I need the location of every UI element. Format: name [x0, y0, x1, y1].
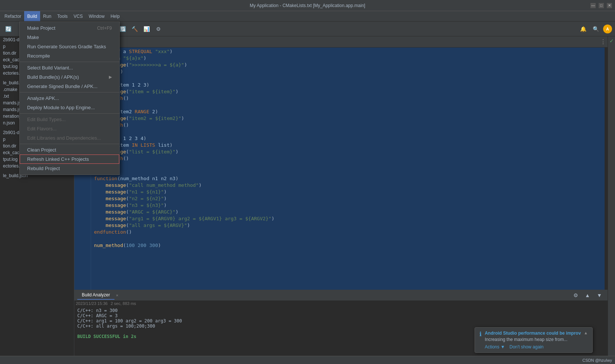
- menu-analyze-apk[interactable]: Analyze APK...: [20, 94, 119, 103]
- notification-actions: Actions ▼ Don't show again: [485, 344, 581, 350]
- menu-vcs[interactable]: VCS: [71, 11, 86, 21]
- menu-help[interactable]: Help: [107, 11, 123, 21]
- tab-bar: keLists.txt × ⋮: [74, 36, 608, 48]
- bottom-scroll-up[interactable]: ▲: [582, 290, 593, 300]
- output-line: C/C++: ARGC = 3: [77, 313, 605, 318]
- notification-title: Android Studio performance could be impr…: [485, 331, 581, 336]
- menu-build[interactable]: Build: [24, 11, 40, 21]
- menu-run-generate[interactable]: Run Generate Sources Gradle Tasks: [20, 42, 119, 51]
- menu-edit-build-types: Edit Build Types...: [20, 115, 119, 124]
- info-icon: ℹ: [479, 331, 482, 338]
- notification-body: Increasing the maximum heap size from...: [485, 337, 581, 342]
- menu-recompile[interactable]: Recompile: [20, 51, 119, 61]
- title-bar: My Application - CMakeLists.txt [My_Appl…: [0, 0, 615, 11]
- notification-dismiss-link[interactable]: Don't show again: [509, 344, 544, 350]
- menu-separator-4: [20, 144, 119, 144]
- code-editor[interactable]: 103 104 105 106 107 108 109 110 111 112 …: [74, 48, 608, 290]
- menu-make[interactable]: Make: [20, 33, 119, 42]
- menu-bar: Refactor Build Run Tools VCS Window Help: [0, 11, 615, 22]
- notification-actions-link[interactable]: Actions ▼: [485, 344, 505, 350]
- status-bar: CSDN @hzuIwy: [0, 356, 615, 364]
- build-button[interactable]: 🔨: [129, 24, 140, 34]
- notification-popup: ℹ Android Studio performance could be im…: [475, 327, 593, 353]
- menu-separator: [20, 62, 119, 62]
- menu-generate-signed[interactable]: Generate Signed Bundle / APK...: [20, 82, 119, 91]
- csdn-label: CSDN @hzuIwy: [582, 358, 612, 363]
- toolbar-right: 🔔 🔍 A: [578, 24, 612, 34]
- menu-rebuild-project[interactable]: Rebuild Project: [20, 164, 119, 173]
- title-text: My Application - CMakeLists.txt [My_Appl…: [250, 3, 365, 8]
- menu-clean-project[interactable]: Clean Project: [20, 145, 119, 155]
- minimize-button[interactable]: —: [590, 3, 596, 8]
- menu-separator-2: [20, 92, 119, 92]
- menu-edit-libraries: Edit Libraries and Dependencies...: [20, 133, 119, 143]
- build-menu: Make Project Ctrl+F9 Make Run Generate S…: [19, 22, 120, 175]
- bottom-settings-button[interactable]: ⚙: [570, 290, 581, 300]
- notification-button[interactable]: 🔔: [578, 24, 588, 34]
- maximize-button[interactable]: □: [599, 3, 604, 8]
- notification-close-button[interactable]: ▲: [584, 331, 588, 335]
- editor-area: keLists.txt × ⋮ 103 104 105 106 107 108 …: [74, 36, 608, 290]
- menu-deploy-module[interactable]: Deploy Module to App Engine...: [20, 103, 119, 112]
- window-controls: — □ ✕: [590, 3, 612, 8]
- status-right: CSDN @hzuIwy: [582, 358, 612, 363]
- bottom-header: 2023/11/23 15:36 2 sec, 883 ms: [74, 300, 608, 306]
- search-button[interactable]: 🔍: [590, 24, 601, 34]
- menu-build-bundles[interactable]: Build Bundle(s) / APK(s) ▶: [20, 72, 119, 82]
- menu-separator-3: [20, 113, 119, 114]
- menu-tools[interactable]: Tools: [54, 11, 71, 21]
- close-button[interactable]: ✕: [607, 3, 612, 8]
- avatar[interactable]: A: [603, 25, 612, 33]
- vertical-scrollbar[interactable]: [605, 48, 608, 290]
- menu-refresh-cpp[interactable]: Refresh Linked C++ Projects: [20, 155, 119, 164]
- more-tabs-button[interactable]: ⋮: [600, 38, 606, 45]
- output-line: C/C++: arg1 = 100 arg2 = 200 arg3 = 300: [77, 318, 605, 324]
- menu-make-project[interactable]: Make Project Ctrl+F9: [20, 23, 119, 33]
- analyze-button[interactable]: 📊: [141, 24, 152, 34]
- bottom-scroll-down[interactable]: ▼: [594, 290, 605, 300]
- code-content[interactable]: while(NOT a STREQUAL "xxx") set(a "${a}x…: [91, 48, 605, 290]
- check-icon[interactable]: ✓: [609, 38, 614, 44]
- output-line: C/C++: n3 = 300: [77, 308, 605, 313]
- bottom-tab-bar: Build Analyzer × ⚙ ▲ ▼: [74, 290, 608, 300]
- bottom-panel: Build Analyzer × ⚙ ▲ ▼ 2023/11/23 15:36 …: [74, 290, 608, 364]
- menu-select-build-variant[interactable]: Select Build Variant...: [20, 63, 119, 72]
- build-analyzer-tab[interactable]: Build Analyzer: [77, 291, 114, 300]
- settings-button[interactable]: ⚙: [153, 24, 164, 34]
- build-analyzer-close[interactable]: ×: [116, 293, 118, 298]
- menu-refactor[interactable]: Refactor: [1, 11, 24, 21]
- menu-edit-flavors: Edit Flavors...: [20, 124, 119, 133]
- gradle-sync-button[interactable]: 🔄: [3, 24, 13, 34]
- right-sidebar: ✓: [608, 36, 615, 364]
- menu-window[interactable]: Window: [86, 11, 108, 21]
- menu-run[interactable]: Run: [40, 11, 54, 21]
